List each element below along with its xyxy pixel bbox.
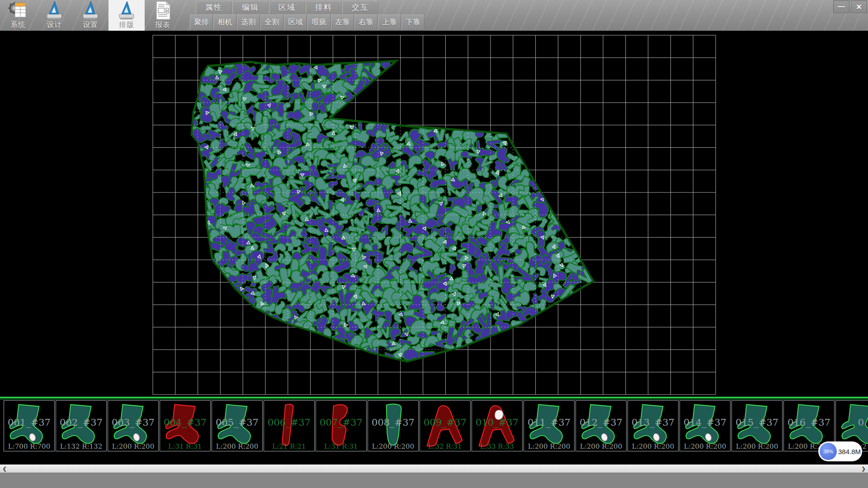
piece-id-label: 005_#37 — [212, 417, 262, 428]
piece-id-label: 015_#37 — [732, 417, 782, 428]
toolbar-tab-设计[interactable]: 设计 — [36, 0, 72, 31]
set-square-icon — [44, 0, 65, 20]
toolbar-tab-label: 系统 — [10, 20, 26, 29]
piece-tile[interactable]: 003_#37L:200 R:200 — [108, 400, 159, 451]
piece-lr-count-label: L:31 R:31 — [316, 442, 366, 450]
strip-separator-line-2 — [0, 399, 868, 399]
piece-id-label: 006_#37 — [264, 417, 314, 428]
piece-lr-count-label: L:132 R:132 — [56, 442, 106, 450]
piece-lr-count-label: L:200 R:200 — [368, 442, 418, 450]
piece-lr-count-label: L:200 R:200 — [524, 442, 574, 450]
piece-id-label: 014_#37 — [680, 417, 730, 428]
piece-id-label: 016_#37 — [784, 417, 834, 428]
tool-button-上靠[interactable]: 上靠 — [378, 14, 401, 30]
piece-tile[interactable]: 014_#37L:200 R:200 — [679, 400, 731, 451]
piece-lr-count-label: L:200 R:200 — [680, 442, 730, 450]
piece-id-label: 009_#37 — [420, 417, 470, 428]
piece-tile[interactable]: 009_#37L:32 R:31 — [420, 400, 471, 451]
piece-id-label: 002_#37 — [56, 417, 106, 428]
piece-id-label: 008_#37 — [368, 417, 418, 428]
scroll-left-arrow-icon[interactable]: ❮ — [1, 465, 8, 473]
toolbar-tab-排版[interactable]: 排版 — [108, 0, 145, 31]
titlebar: 系统设计设置排版报表 属性编辑区域排料交互 聚排相机选割全割区域瑕疵左靠右靠上靠… — [0, 0, 868, 31]
piece-id-label: 0 — [836, 417, 868, 428]
progress-indicator: 38% 384.8M — [818, 441, 862, 461]
memory-usage-label: 384.8M — [837, 448, 862, 455]
toolbar-tab-系统[interactable]: 系统 — [0, 0, 36, 31]
piece-tile[interactable]: 015_#37L:200 R:200 — [731, 400, 783, 451]
menu-button-编辑[interactable]: 编辑 — [232, 1, 269, 14]
set-square-icon — [80, 0, 101, 20]
piece-lr-count-label: L:32 R:31 — [420, 442, 470, 450]
tool-button-全割[interactable]: 全割 — [260, 14, 283, 30]
strip-separator-line — [0, 397, 868, 398]
tool-button-选割[interactable]: 选割 — [237, 14, 260, 30]
piece-id-label: 012_#37 — [576, 417, 626, 428]
gear-doc-icon — [8, 0, 28, 20]
tool-button-相机[interactable]: 相机 — [213, 14, 236, 30]
toolbar-tab-设置[interactable]: 设置 — [72, 0, 108, 31]
menu-button-区域[interactable]: 区域 — [269, 1, 305, 14]
toolbar-tab-label: 报表 — [155, 20, 170, 29]
piece-lr-count-label: L:31 R:31 — [160, 442, 210, 450]
report-doc-icon — [152, 0, 173, 20]
piece-id-label: 010_#37 — [472, 417, 522, 428]
piece-tile[interactable]: 006_#37L:21 R:21 — [264, 400, 315, 451]
piece-lr-count-label: L:200 R:200 — [212, 442, 262, 450]
piece-tile[interactable]: 001_#37L:700 R:700 — [4, 400, 55, 451]
tool-button-瑕疵[interactable]: 瑕疵 — [307, 14, 330, 30]
toolbar-tab-报表[interactable]: 报表 — [145, 0, 181, 31]
status-bar — [0, 473, 868, 488]
piece-lr-count-label: L:21 R:21 — [264, 442, 314, 450]
piece-id-label: 011_#37 — [524, 417, 574, 428]
tool-button-左靠[interactable]: 左靠 — [331, 14, 354, 30]
menu-button-交互[interactable]: 交互 — [342, 1, 378, 14]
menu-row-bottom: 聚排相机选割全割区域瑕疵左靠右靠上靠下靠 — [190, 14, 425, 30]
tool-button-聚排[interactable]: 聚排 — [190, 14, 213, 30]
piece-tile[interactable]: 005_#37L:200 R:200 — [212, 400, 263, 451]
piece-lr-count-label: L:33 R:33 — [472, 442, 522, 450]
menu-row-top: 属性编辑区域排料交互 — [196, 1, 379, 14]
piece-lr-count-label: L:700 R:700 — [4, 442, 54, 450]
piece-id-label: 013_#37 — [628, 417, 678, 428]
tool-button-区域[interactable]: 区域 — [284, 14, 307, 30]
piece-tile[interactable]: 012_#37L:200 R:200 — [576, 400, 627, 451]
main-tab-bar: 系统设计设置排版报表 — [0, 0, 181, 31]
set-square-icon — [116, 0, 137, 20]
piece-lr-count-label: L:200 R:200 — [108, 442, 158, 450]
menu-button-属性[interactable]: 属性 — [196, 1, 232, 14]
piece-lr-count-label: L:200 R:200 — [576, 442, 626, 450]
minimize-button[interactable]: — — [833, 0, 849, 13]
toolbar-tab-label: 设置 — [83, 20, 98, 29]
piece-lr-count-label: L:200 R:200 — [628, 442, 678, 450]
scroll-right-arrow-icon[interactable]: ❯ — [860, 465, 867, 473]
piece-id-label: 001_#37 — [4, 417, 54, 428]
piece-id-label: 003_#37 — [108, 417, 158, 428]
toolbar-tab-label: 设计 — [47, 20, 62, 29]
piece-lr-count-label: L:200 R:200 — [732, 442, 782, 450]
piece-thumbnail-strip: 001_#37L:700 R:700002_#37L:132 R:132003_… — [4, 400, 868, 452]
piece-tile[interactable]: 013_#37L:200 R:200 — [627, 400, 679, 451]
window-controls: — ✕ — [832, 0, 867, 13]
piece-tile[interactable]: 011_#37L:200 R:200 — [524, 400, 575, 451]
horizontal-scrollbar[interactable]: ❮ ❯ — [0, 465, 868, 473]
nesting-canvas[interactable] — [0, 31, 868, 397]
piece-tile[interactable]: 004_#37L:31 R:31 — [160, 400, 211, 451]
nesting-layout-drawing — [0, 31, 868, 397]
tool-button-下靠[interactable]: 下靠 — [401, 14, 425, 30]
piece-id-label: 004_#37 — [160, 417, 210, 428]
menu-button-排料[interactable]: 排料 — [306, 1, 342, 14]
close-button[interactable]: ✕ — [851, 0, 867, 13]
piece-tile[interactable]: 010_#37L:33 R:33 — [472, 400, 523, 451]
piece-id-label: 007_#37 — [316, 417, 366, 428]
progress-percent-badge: 38% — [820, 443, 837, 460]
piece-tile[interactable]: 007_#37L:31 R:31 — [316, 400, 367, 451]
toolbar-tab-label: 排版 — [119, 20, 134, 29]
piece-tile[interactable]: 008_#37L:200 R:200 — [368, 400, 419, 451]
tool-button-右靠[interactable]: 右靠 — [354, 14, 377, 30]
piece-tile[interactable]: 002_#37L:132 R:132 — [56, 400, 107, 451]
